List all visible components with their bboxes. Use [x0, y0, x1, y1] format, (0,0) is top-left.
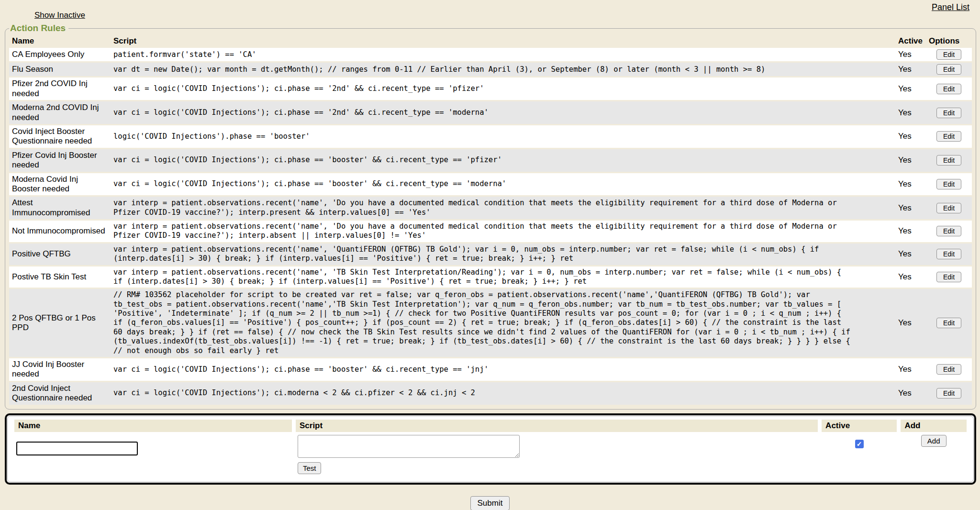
edit-button[interactable]: Edit	[936, 318, 961, 328]
table-row: Moderna Covid Inj Booster needed var ci …	[9, 173, 972, 196]
rule-script: var interp = patient.observations.recent…	[113, 268, 853, 287]
column-header-name: Name	[9, 36, 111, 46]
edit-button[interactable]: Edit	[936, 49, 961, 60]
column-header-script: Script	[111, 36, 895, 46]
rule-script: var interp = patient.observations.recent…	[113, 199, 853, 217]
top-bar: Show Inactive Panel List	[0, 0, 980, 23]
rule-script: var ci = logic('COVID Injections'); ci.p…	[113, 365, 853, 374]
rule-script: // RM# 103562 placeholder for script to …	[113, 290, 853, 355]
rule-name: Postive TB Skin Test	[9, 266, 111, 288]
rule-name: JJ Covid Inj Booster needed	[9, 358, 111, 381]
edit-button[interactable]: Edit	[936, 226, 961, 236]
rule-script: var ci = logic('COVID Injections'); ci.p…	[113, 108, 853, 117]
rule-active-value: Yes	[895, 244, 926, 265]
table-row: Flu Season var dt = new Date(); var mont…	[9, 63, 972, 76]
check-icon: ✓	[857, 440, 862, 448]
edit-button[interactable]: Edit	[936, 203, 961, 213]
rule-script: var ci = logic('COVID Injections'); ci.m…	[113, 388, 853, 398]
rule-active-value: Yes	[895, 289, 926, 357]
test-button[interactable]: Test	[298, 462, 322, 474]
edit-button[interactable]: Edit	[936, 131, 961, 142]
column-header-options: Options	[926, 36, 972, 46]
add-column-header-active: Active	[822, 420, 897, 432]
rule-name: CA Employees Only	[9, 48, 111, 61]
rule-name: 2nd Covid Inject Questionnaire needed	[9, 382, 111, 405]
show-inactive-link[interactable]: Show Inactive	[34, 11, 85, 20]
edit-button[interactable]: Edit	[936, 84, 961, 94]
column-header-active: Active	[895, 36, 926, 46]
new-rule-active-checkbox[interactable]: ✓	[855, 440, 864, 448]
action-rules-panel: Action Rules Name Script Active Options …	[5, 23, 976, 410]
action-rules-table: Name Script Active Options CA Employees …	[9, 34, 972, 406]
table-row: 2 Pos QFTBG or 1 Pos PPD // RM# 103562 p…	[9, 289, 972, 357]
edit-button[interactable]: Edit	[936, 64, 961, 75]
rule-active-value: Yes	[895, 382, 926, 405]
rule-script: patient.formvar('state') == 'CA'	[113, 50, 853, 59]
edit-button[interactable]: Edit	[936, 272, 961, 282]
add-rule-form: Name Script Active Add Test ✓	[7, 416, 974, 482]
new-rule-name-input[interactable]	[16, 442, 138, 455]
add-button[interactable]: Add	[921, 435, 947, 447]
edit-button[interactable]: Edit	[936, 155, 961, 166]
add-rule-form-frame: Name Script Active Add Test ✓	[5, 413, 976, 485]
rule-script: var ci = logic('COVID Injections'); ci.p…	[113, 179, 853, 188]
rule-name: Not Immunocompromised	[9, 221, 111, 242]
rules-table-body: CA Employees Only patient.formvar('state…	[9, 48, 972, 404]
rule-name: Flu Season	[9, 63, 111, 76]
table-row: Not Immunocompromised var interp = patie…	[9, 221, 972, 242]
table-row: Positive QFTBG var interp = patient.obse…	[9, 244, 972, 265]
add-column-header-script: Script	[296, 420, 818, 432]
rule-active-value: Yes	[895, 48, 926, 61]
edit-button[interactable]: Edit	[936, 364, 961, 375]
rule-name: Moderna Covid Inj Booster needed	[9, 173, 111, 196]
edit-button[interactable]: Edit	[936, 108, 961, 118]
rule-script: logic('COVID Injections').phase == 'boos…	[113, 132, 853, 141]
rule-name: Covid Inject Booster Questionnaire neede…	[9, 125, 111, 148]
add-form-header-row: Name Script Active Add	[14, 420, 967, 432]
new-rule-script-textarea[interactable]	[298, 435, 520, 458]
rule-active-value: Yes	[895, 221, 926, 242]
rule-active-value: Yes	[895, 358, 926, 381]
rule-script: var interp = patient.observations.recent…	[113, 245, 853, 264]
table-row: Pfizer Covid Inj Booster needed var ci =…	[9, 149, 972, 172]
add-form-input-row: Test ✓ Add	[14, 434, 967, 475]
rule-script: var ci = logic('COVID Injections'); ci.p…	[113, 155, 853, 165]
rule-active-value: Yes	[895, 101, 926, 124]
table-row: Pfizer 2nd COVID Inj needed var ci = log…	[9, 78, 972, 100]
rule-script: var dt = new Date(); var month = dt.getM…	[113, 65, 853, 74]
rule-name: Pfizer 2nd COVID Inj needed	[9, 78, 111, 100]
rule-name: Positive QFTBG	[9, 244, 111, 265]
table-row: Moderna 2nd COVID Inj needed var ci = lo…	[9, 101, 972, 124]
rule-active-value: Yes	[895, 78, 926, 100]
rule-active-value: Yes	[895, 125, 926, 148]
panel-list-link[interactable]: Panel List	[932, 2, 969, 12]
add-column-header-name: Name	[14, 420, 292, 432]
rule-active-value: Yes	[895, 266, 926, 288]
table-row: JJ Covid Inj Booster needed var ci = log…	[9, 358, 972, 381]
table-row: Postive TB Skin Test var interp = patien…	[9, 266, 972, 288]
edit-button[interactable]: Edit	[936, 388, 961, 399]
edit-button[interactable]: Edit	[936, 179, 961, 189]
table-row: CA Employees Only patient.formvar('state…	[9, 48, 972, 61]
rule-name: 2 Pos QFTBG or 1 Pos PPD	[9, 289, 111, 357]
rule-active-value: Yes	[895, 63, 926, 76]
edit-button[interactable]: Edit	[936, 249, 961, 259]
rule-name: Moderna 2nd COVID Inj needed	[9, 101, 111, 124]
rule-script: var ci = logic('COVID Injections'); ci.p…	[113, 84, 853, 93]
table-row: 2nd Covid Inject Questionnaire needed va…	[9, 382, 972, 405]
rule-script: var interp = patient.observations.recent…	[113, 222, 853, 241]
action-rules-legend: Action Rules	[9, 23, 68, 33]
submit-row: Submit	[0, 496, 980, 510]
rule-active-value: Yes	[895, 149, 926, 172]
table-header-row: Name Script Active Options	[9, 36, 972, 46]
rule-name: Pfizer Covid Inj Booster needed	[9, 149, 111, 172]
table-row: Covid Inject Booster Questionnaire neede…	[9, 125, 972, 148]
rule-active-value: Yes	[895, 197, 926, 219]
rule-name: Attest Immunocompromised	[9, 197, 111, 219]
submit-button[interactable]: Submit	[470, 496, 510, 510]
add-column-header-add: Add	[901, 420, 967, 432]
table-row: Attest Immunocompromised var interp = pa…	[9, 197, 972, 219]
rule-active-value: Yes	[895, 173, 926, 196]
